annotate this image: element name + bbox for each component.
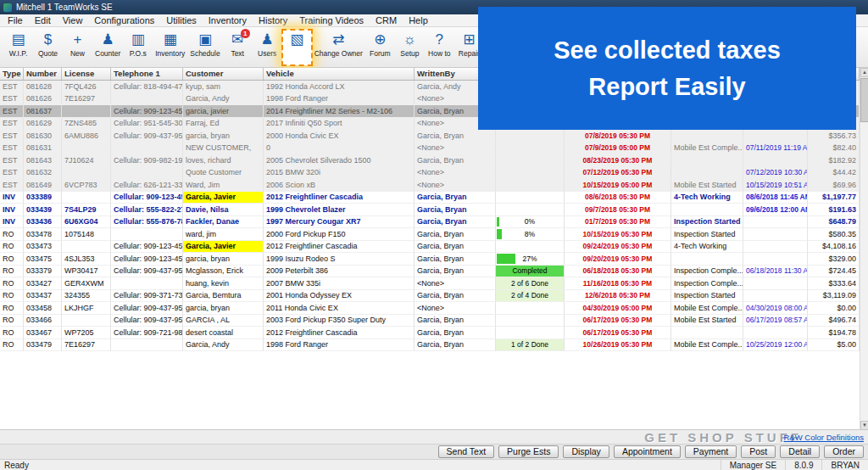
toolbar-button-schedule[interactable]: ▣Schedule — [187, 30, 222, 65]
cell-veh: 2015 BMW 320i — [264, 167, 415, 180]
wip-row-033479[interactable]: RO0334797E16297Garcia, Andy1998 Ford Ran… — [0, 339, 860, 352]
column-header-customer[interactable]: Customer — [183, 68, 264, 80]
menu-item-configurations[interactable]: Configurations — [88, 14, 160, 26]
cell-veh: 1999 Isuzu Rodeo S — [264, 253, 415, 266]
column-header-type[interactable]: Type — [0, 68, 24, 80]
cell-lic: 6VCP783 — [62, 179, 111, 192]
new-order-icon: + — [74, 31, 82, 48]
cell-veh: 2014 Freightliner M2 Series - M2-106 — [264, 105, 415, 118]
menu-item-file[interactable]: File — [2, 14, 29, 26]
wip-row-033436[interactable]: INV0334366U6XG04Cellular: 555-876-7892Fa… — [0, 216, 860, 229]
cell-num: 033427 — [24, 277, 62, 290]
order-button[interactable]: Order — [824, 445, 864, 458]
cell-phone — [111, 93, 183, 106]
cell-status: Inspection Started — [671, 290, 743, 303]
cell-promised-date: 06/17/2019 05:30 PM — [565, 315, 671, 327]
payment-button[interactable]: Payment — [685, 445, 737, 458]
cell-writ: Garcia, Bryan — [415, 290, 496, 303]
wip-row-033437[interactable]: RO033437324355Cellular: 909-371-7340Garc… — [0, 290, 860, 303]
cell-phone: Cellular: 909-123-4567 — [111, 192, 183, 204]
cell-cust: Garcia, Bemtura — [183, 290, 264, 303]
cell-appointment-date — [743, 253, 808, 266]
wip-row-081632[interactable]: EST081632Quote Customer2015 BMW 320i<Non… — [0, 167, 860, 180]
menu-item-utilities[interactable]: Utilities — [160, 14, 202, 26]
menu-item-inventory[interactable]: Inventory — [203, 14, 253, 26]
wip-row-081649[interactable]: EST0816496VCP783Cellular: 626-121-3333Wa… — [0, 179, 860, 192]
toolbar-button-purchase-orders[interactable]: ▥P.O.s — [123, 30, 153, 65]
cell-progress — [496, 192, 565, 204]
detail-button[interactable]: Detail — [780, 445, 820, 458]
menu-item-edit[interactable]: Edit — [29, 14, 57, 26]
progress-text: 2 of 4 Done — [511, 291, 548, 299]
cell-type: EST — [0, 105, 24, 118]
wip-row-081643[interactable]: EST0816437J10624Cellular: 909-982-1919lo… — [0, 154, 860, 167]
progress-bar — [497, 229, 502, 239]
notification-badge: 1 — [241, 29, 250, 38]
toolbar-label-purchase-orders: P.O.s — [130, 49, 147, 58]
cell-appointment-date: 07/11/2019 11:19 AM — [743, 143, 808, 155]
wip-row-033389[interactable]: INV033389Cellular: 909-123-4567Garcia, J… — [0, 192, 860, 204]
wip-row-033473[interactable]: RO033473Cellular: 909-123-4567Garcia, Ja… — [0, 241, 860, 254]
post-button[interactable]: Post — [741, 445, 776, 458]
column-header-number[interactable]: Number — [24, 68, 62, 80]
toolbar-button-reports[interactable]: ▧ — [282, 30, 312, 65]
toolbar-button-how-to[interactable]: ?How to — [425, 30, 454, 65]
menu-item-view[interactable]: View — [57, 14, 89, 26]
cell-status — [671, 253, 743, 266]
toolbar-button-change-owner[interactable]: ⇄Change Owner — [312, 30, 365, 65]
cell-lic: GER4XWM — [62, 277, 111, 290]
cell-lic: 6AMU886 — [62, 130, 111, 143]
toolbar-button-counter[interactable]: ♟Counter — [92, 30, 123, 65]
display-button[interactable]: Display — [563, 445, 609, 458]
toolbar-button-text-message[interactable]: ✉1Text — [223, 30, 253, 65]
toolbar-button-quote[interactable]: $Quote — [33, 30, 63, 65]
cell-type: RO — [0, 327, 24, 339]
scroll-down-icon[interactable]: ▼ — [860, 421, 868, 430]
toolbar-button-new-order[interactable]: +New — [63, 30, 92, 65]
cell-writ: <None> — [415, 302, 496, 315]
wip-row-033467[interactable]: RO033467WP7205Cellular: 909-721-9858dese… — [0, 327, 860, 339]
toolbar-button-forum[interactable]: ⊕Forum — [365, 30, 395, 65]
cell-cust: NEW CUSTOMER, — [183, 143, 264, 155]
color-definitions-link[interactable]: R&W Color Definitions — [784, 433, 865, 442]
menu-item-crm[interactable]: CRM — [370, 14, 403, 26]
toolbar-button-wip[interactable]: ▤W.I.P. — [3, 30, 33, 65]
cell-veh: 1997 Mercury Cougar XR7 — [264, 216, 415, 229]
cell-lic — [62, 143, 111, 155]
cell-amount: $3,119.09 — [808, 290, 860, 303]
cell-num: 081630 — [24, 130, 62, 143]
column-header-vehicle[interactable]: Vehicle — [264, 68, 415, 80]
cell-promised-date: 07/9/2019 05:00 PM — [565, 143, 671, 155]
wip-row-033427[interactable]: RO033427GER4XWMhuang, kevin2007 BMW 335i… — [0, 277, 860, 290]
cell-appointment-date — [743, 130, 808, 143]
wip-row-033379[interactable]: RO033379WP30417Cellular: 909-437-9514Mcg… — [0, 266, 860, 278]
cell-cust: Davie, Nilsa — [183, 204, 264, 216]
menu-item-training-videos[interactable]: Training Videos — [293, 14, 370, 26]
column-header-telephone-1[interactable]: Telephone 1 — [111, 68, 183, 80]
menu-item-history[interactable]: History — [253, 14, 293, 26]
vertical-scrollbar[interactable]: ▲ ▼ — [860, 68, 868, 430]
cell-appointment-date — [743, 277, 808, 290]
menu-item-help[interactable]: Help — [403, 14, 434, 26]
toolbar-button-users[interactable]: ♟Users — [253, 30, 282, 65]
scroll-up-icon[interactable]: ▲ — [860, 68, 868, 77]
wip-row-081630[interactable]: EST0816306AMU886Cellular: 909-437-9514ga… — [0, 130, 860, 143]
scrollbar-thumb[interactable] — [860, 78, 868, 122]
toolbar-button-inventory[interactable]: ▦Inventory — [153, 30, 187, 65]
cell-appointment-date: 10/15/2019 10:51 AM — [743, 179, 808, 192]
wip-row-033458[interactable]: RO033458LKJHGFCellular: 909-437-9514garc… — [0, 302, 860, 315]
wip-row-033439[interactable]: INV0334397S4LP29Cellular: 555-822-2703Da… — [0, 204, 860, 216]
column-header-license[interactable]: License — [62, 68, 111, 80]
cell-progress: 2 of 6 Done — [496, 277, 565, 290]
wip-row-033466[interactable]: RO033466Cellular: 909-437-9514GARCIA , A… — [0, 315, 860, 327]
appointment-button[interactable]: Appointment — [614, 445, 681, 458]
cell-amount: $69.96 — [808, 179, 860, 192]
wip-row-033475[interactable]: RO0334754SJL353Cellular: 909-123-4567gar… — [0, 253, 860, 266]
wip-row-033478[interactable]: RO0334781075148ward, jim2000 Ford Pickup… — [0, 228, 860, 241]
send-text-button[interactable]: Send Text — [438, 445, 495, 458]
toolbar-button-setup-gear[interactable]: ☼Setup — [395, 30, 425, 65]
toolbar-label-forum: Forum — [370, 49, 391, 58]
purge-ests-button[interactable]: Purge Ests — [498, 445, 559, 458]
wip-row-081631[interactable]: EST081631NEW CUSTOMER,0<None>07/9/2019 0… — [0, 143, 860, 155]
cell-status — [671, 204, 743, 216]
